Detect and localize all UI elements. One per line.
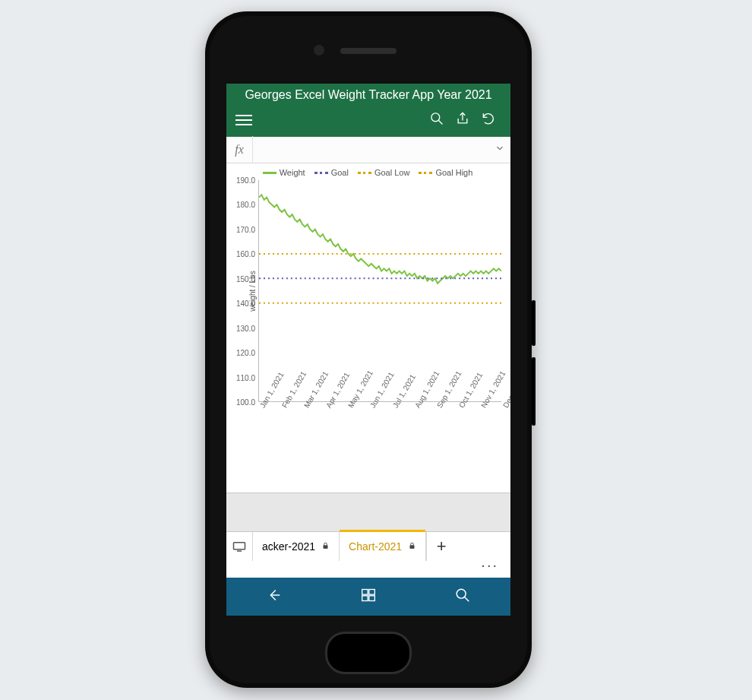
y-tick: 150.0: [236, 274, 255, 283]
plot-area: [258, 180, 501, 402]
svg-line-12: [465, 597, 469, 602]
menu-icon[interactable]: [235, 112, 252, 128]
sheet-tab-label: Chart-2021: [349, 540, 402, 553]
phone-side-button: [532, 300, 536, 346]
share-icon[interactable]: [450, 111, 476, 129]
svg-rect-8: [369, 590, 375, 595]
sheet-area[interactable]: WeightGoalGoal LowGoal High weight / Lbs…: [226, 163, 510, 493]
y-tick: 100.0: [236, 398, 255, 407]
chart-plot: weight / Lbs 100.0110.0120.0130.0140.015…: [258, 180, 501, 402]
home-button[interactable]: [325, 632, 412, 674]
y-tick: 110.0: [236, 373, 255, 382]
y-axis: 100.0110.0120.0130.0140.0150.0160.0170.0…: [231, 180, 257, 402]
sheet-tabs: acker-2021 Chart-2021 +: [226, 531, 510, 561]
search-icon[interactable]: [424, 111, 450, 129]
app-toolbar: [226, 106, 510, 137]
svg-rect-2: [234, 543, 245, 550]
sheet-tab-chart-2021[interactable]: Chart-2021: [340, 532, 426, 561]
more-icon[interactable]: ···: [226, 561, 510, 578]
legend-item: Goal Low: [358, 168, 409, 177]
sheet-view-icon[interactable]: [226, 532, 253, 561]
svg-line-1: [439, 121, 443, 125]
phone-speaker: [340, 48, 397, 54]
lock-icon: [408, 541, 416, 553]
legend-item: Goal High: [419, 168, 472, 177]
y-tick: 130.0: [236, 324, 255, 332]
formula-bar: fx: [226, 137, 510, 163]
sheet-tab-label: acker-2021: [262, 540, 315, 553]
legend-item: Goal: [314, 168, 349, 177]
y-tick: 170.0: [236, 225, 255, 233]
legend-item: Weight: [263, 168, 305, 177]
y-tick: 160.0: [236, 250, 255, 258]
sheet-tab-tracker-2021[interactable]: acker-2021: [253, 532, 340, 561]
windows-icon[interactable]: [361, 588, 376, 606]
chart-legend: WeightGoalGoal LowGoal High: [231, 168, 504, 177]
formula-input[interactable]: [252, 136, 489, 163]
chart: WeightGoalGoal LowGoal High weight / Lbs…: [226, 163, 510, 493]
phone-frame: Georges Excel Weight Tracker App Year 20…: [205, 11, 532, 688]
back-icon[interactable]: [266, 587, 283, 607]
y-tick: 140.0: [236, 299, 255, 308]
svg-rect-9: [362, 596, 368, 601]
svg-point-11: [457, 589, 466, 598]
y-tick: 190.0: [236, 176, 255, 185]
x-axis: Jan 1, 2021Feb 1, 2021Mar 1, 2021Apr 1, …: [258, 402, 501, 455]
add-sheet-button[interactable]: +: [426, 532, 456, 561]
sheet-scroll-gutter: [226, 493, 510, 531]
svg-rect-5: [410, 545, 415, 548]
svg-rect-7: [362, 590, 368, 595]
y-tick: 120.0: [236, 349, 255, 357]
undo-icon[interactable]: [476, 111, 501, 129]
phone-side-button: [532, 357, 536, 426]
chevron-down-icon[interactable]: [489, 143, 510, 157]
svg-rect-4: [324, 545, 328, 548]
fx-label: fx: [226, 143, 252, 157]
app-screen: Georges Excel Weight Tracker App Year 20…: [226, 84, 510, 616]
os-search-icon[interactable]: [454, 587, 471, 607]
phone-camera: [314, 45, 324, 55]
lock-icon: [321, 541, 330, 553]
app-title: Georges Excel Weight Tracker App Year 20…: [226, 84, 510, 106]
y-tick: 180.0: [236, 201, 255, 209]
svg-point-0: [431, 113, 440, 122]
svg-rect-10: [369, 596, 375, 601]
os-navbar: [226, 578, 510, 616]
